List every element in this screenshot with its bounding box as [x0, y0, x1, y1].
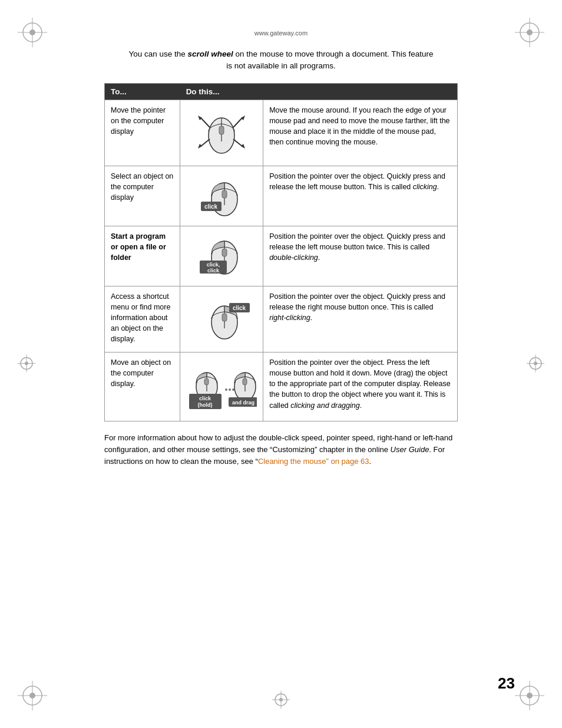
action-description-double-click: Position the pointer over the object. Qu… — [263, 226, 458, 286]
svg-text:(hold): (hold) — [198, 402, 213, 408]
corner-mark-tr — [515, 18, 544, 47]
intro-text-before: You can use the — [128, 50, 187, 58]
action-image-double-click: click, click — [180, 226, 263, 286]
mouse-right-click-icon: click — [189, 291, 254, 344]
svg-text:click,: click, — [207, 262, 220, 268]
action-label-right-click: Access a shortcut menu or find more info… — [105, 286, 180, 352]
svg-point-63 — [232, 388, 234, 391]
svg-point-62 — [229, 388, 231, 391]
action-image-click: click — [180, 166, 263, 226]
corner-mark-br — [515, 681, 544, 710]
mid-mark-bottom — [272, 691, 290, 710]
svg-rect-66 — [243, 378, 247, 385]
svg-point-15 — [527, 693, 533, 699]
table-row: Move the pointer on the computer display — [105, 100, 458, 166]
user-guide-term: User Guide — [391, 445, 429, 454]
action-description-move: Move the mouse around. If you reach the … — [263, 100, 458, 166]
cleaning-link[interactable]: Cleaning the mouse” on page 63 — [258, 457, 369, 466]
table-row: Select an object on the computer display — [105, 166, 458, 226]
svg-point-3 — [29, 29, 35, 35]
page-number: 23 — [498, 674, 515, 693]
corner-mark-tl — [18, 18, 47, 47]
action-image-move — [180, 100, 263, 166]
action-label-move: Move the pointer on the computer display — [105, 100, 180, 166]
scroll-wheel-term: scroll wheel — [188, 50, 233, 58]
svg-point-27 — [279, 698, 283, 701]
svg-text:and drag: and drag — [232, 400, 254, 406]
action-description-right-click: Position the pointer over the object. Qu… — [263, 286, 458, 352]
svg-rect-46 — [222, 249, 227, 256]
table-header-description — [263, 83, 458, 100]
mouse-move-icon — [189, 105, 254, 158]
svg-line-34 — [233, 118, 242, 127]
intro-text-after: on the mouse to move through a document.… — [226, 50, 433, 70]
mid-mark-right — [527, 354, 544, 374]
mouse-drag-icon: click (hold) and dra — [186, 357, 257, 413]
svg-line-36 — [201, 139, 210, 146]
svg-text:click: click — [233, 305, 246, 311]
footer-text-3: . — [369, 457, 372, 466]
svg-text:click: click — [199, 396, 211, 401]
svg-line-38 — [233, 139, 242, 146]
mouse-double-click-icon: click, click — [189, 231, 254, 278]
corner-mark-bl — [18, 681, 47, 710]
svg-text:click: click — [204, 203, 218, 210]
svg-rect-30 — [219, 126, 224, 134]
svg-point-61 — [225, 388, 227, 391]
table-row: Access a shortcut menu or find more info… — [105, 286, 458, 352]
table-header-to: To... — [105, 83, 180, 100]
website-url: www.gateway.com — [35, 29, 527, 37]
mouse-click-icon: click — [189, 171, 254, 218]
svg-text:click: click — [207, 268, 220, 274]
svg-line-32 — [201, 118, 210, 127]
table-row: Start a program or open a file or folder — [105, 226, 458, 286]
table-header-do: Do this... — [180, 83, 263, 100]
action-image-right-click: click — [180, 286, 263, 352]
page: www.gateway.com You can use the scroll w… — [0, 0, 562, 728]
svg-point-11 — [29, 693, 35, 699]
svg-point-7 — [527, 29, 533, 35]
svg-point-23 — [534, 361, 537, 365]
svg-rect-57 — [204, 378, 209, 385]
instructions-table: To... Do this... Move the pointer on the… — [104, 83, 458, 422]
action-label-drag: Move an object on the computer display. — [105, 353, 180, 421]
action-label-click: Select an object on the computer display — [105, 166, 180, 226]
svg-rect-52 — [222, 314, 227, 321]
action-description-click: Position the pointer over the object. Qu… — [263, 166, 458, 226]
intro-paragraph: You can use the scroll wheel on the mous… — [128, 48, 434, 73]
mid-mark-left — [18, 354, 35, 374]
svg-point-19 — [25, 361, 28, 365]
action-label-double-click: Start a program or open a file or folder — [105, 226, 180, 286]
footer-paragraph: For more information about how to adjust… — [104, 432, 458, 467]
svg-rect-41 — [222, 190, 227, 198]
action-description-drag: Position the pointer over the object. Pr… — [263, 353, 458, 421]
table-row: Move an object on the computer display. … — [105, 353, 458, 421]
action-image-drag: click (hold) and dra — [180, 353, 263, 421]
